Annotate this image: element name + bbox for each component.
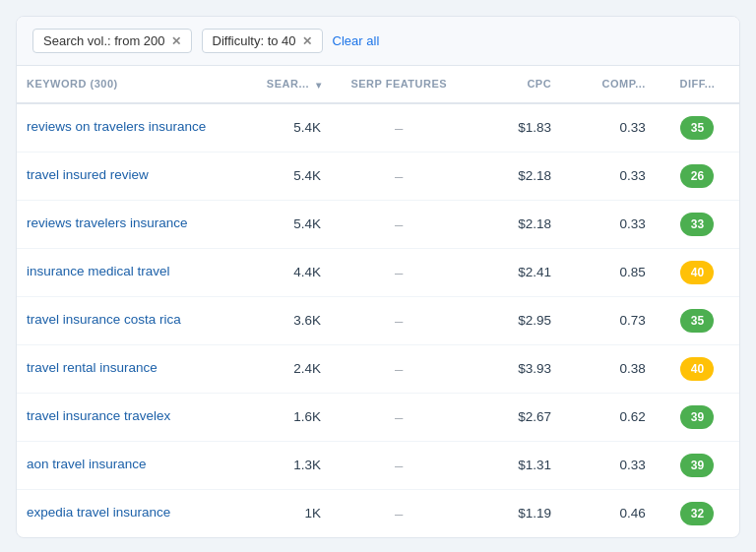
difficulty-cell: 40	[656, 248, 739, 296]
cpc-cell: $2.67	[467, 393, 561, 441]
serp-features-cell: –	[331, 103, 467, 153]
search-vol-cell: 5.4K	[226, 103, 331, 153]
serp-features-cell: –	[331, 200, 467, 248]
difficulty-cell: 32	[656, 489, 739, 537]
difficulty-badge: 39	[680, 405, 714, 429]
serp-features-cell: –	[331, 393, 467, 441]
cpc-cell: $3.93	[467, 344, 561, 393]
table-header-row: KEYWORD (300) SEAR... ▾ SERP FEATURES CP…	[17, 66, 739, 103]
keyword-cell[interactable]: insurance medical travel	[17, 248, 226, 296]
serp-features-cell: –	[331, 248, 467, 296]
table-row: travel rental insurance2.4K–$3.930.3840	[17, 344, 739, 393]
filters-bar: Search vol.: from 200 ✕ Difficulty: to 4…	[17, 17, 739, 66]
search-vol-cell: 1.6K	[226, 393, 331, 441]
serp-features-cell: –	[331, 152, 467, 200]
keyword-cell[interactable]: reviews on travelers insurance	[17, 103, 226, 153]
difficulty-cell: 40	[656, 344, 739, 393]
difficulty-badge: 35	[680, 309, 714, 333]
difficulty-badge: 32	[680, 502, 714, 525]
search-vol-cell: 1.3K	[226, 441, 331, 489]
keyword-cell[interactable]: expedia travel insurance	[17, 489, 226, 537]
filter-search-vol[interactable]: Search vol.: from 200 ✕	[32, 29, 192, 53]
filter-search-vol-close[interactable]: ✕	[171, 34, 181, 48]
competition-cell: 0.33	[561, 441, 656, 489]
table-row: travel insurance travelex1.6K–$2.670.623…	[17, 393, 739, 441]
keyword-cell[interactable]: reviews travelers insurance	[17, 200, 226, 248]
difficulty-cell: 35	[656, 103, 739, 153]
table-body: reviews on travelers insurance5.4K–$1.83…	[17, 103, 739, 537]
keyword-cell[interactable]: aon travel insurance	[17, 441, 226, 489]
col-header-cpc: CPC	[467, 66, 561, 103]
competition-cell: 0.46	[561, 489, 656, 537]
keyword-cell[interactable]: travel insurance costa rica	[17, 296, 226, 344]
keyword-cell[interactable]: travel insurance travelex	[17, 393, 226, 441]
keyword-cell[interactable]: travel rental insurance	[17, 344, 226, 393]
difficulty-badge: 26	[680, 164, 714, 188]
serp-features-cell: –	[331, 296, 467, 344]
table-row: insurance medical travel4.4K–$2.410.8540	[17, 248, 739, 296]
competition-cell: 0.38	[561, 344, 656, 393]
keywords-table: KEYWORD (300) SEAR... ▾ SERP FEATURES CP…	[17, 66, 739, 537]
search-vol-cell: 1K	[226, 489, 331, 537]
difficulty-badge: 39	[680, 454, 714, 477]
competition-cell: 0.62	[561, 393, 656, 441]
competition-cell: 0.85	[561, 248, 656, 296]
cpc-cell: $2.95	[467, 296, 561, 344]
table-row: reviews travelers insurance5.4K–$2.180.3…	[17, 200, 739, 248]
cpc-cell: $2.41	[467, 248, 561, 296]
search-vol-cell: 4.4K	[226, 248, 331, 296]
col-header-diff: DIFF...	[656, 66, 739, 103]
col-header-serp: SERP FEATURES	[331, 66, 467, 103]
filter-difficulty[interactable]: Difficulty: to 40 ✕	[202, 29, 323, 53]
table-row: reviews on travelers insurance5.4K–$1.83…	[17, 103, 739, 153]
difficulty-badge: 40	[680, 261, 714, 284]
search-vol-cell: 2.4K	[226, 344, 331, 393]
table-row: travel insurance costa rica3.6K–$2.950.7…	[17, 296, 739, 344]
difficulty-badge: 33	[680, 213, 714, 236]
cpc-cell: $1.19	[467, 489, 561, 537]
table-row: travel insured review5.4K–$2.180.3326	[17, 152, 739, 200]
table-row: expedia travel insurance1K–$1.190.4632	[17, 489, 739, 537]
filter-difficulty-close[interactable]: ✕	[302, 34, 312, 48]
serp-features-cell: –	[331, 441, 467, 489]
difficulty-cell: 39	[656, 393, 739, 441]
difficulty-cell: 26	[656, 152, 739, 200]
competition-cell: 0.33	[561, 152, 656, 200]
difficulty-cell: 33	[656, 200, 739, 248]
main-container: Search vol.: from 200 ✕ Difficulty: to 4…	[16, 16, 740, 538]
col-header-keyword: KEYWORD (300)	[17, 66, 226, 103]
difficulty-badge: 40	[680, 357, 714, 381]
cpc-cell: $2.18	[467, 152, 561, 200]
cpc-cell: $1.31	[467, 441, 561, 489]
keyword-cell[interactable]: travel insured review	[17, 152, 226, 200]
cpc-cell: $2.18	[467, 200, 561, 248]
filter-difficulty-label: Difficulty: to 40	[213, 33, 296, 48]
competition-cell: 0.33	[561, 200, 656, 248]
col-header-comp: COMP...	[561, 66, 656, 103]
serp-features-cell: –	[331, 344, 467, 393]
filter-search-vol-label: Search vol.: from 200	[43, 33, 165, 48]
difficulty-badge: 35	[680, 116, 714, 140]
competition-cell: 0.33	[561, 103, 656, 153]
sort-icon: ▾	[316, 80, 322, 91]
search-vol-cell: 5.4K	[226, 152, 331, 200]
difficulty-cell: 35	[656, 296, 739, 344]
table-row: aon travel insurance1.3K–$1.310.3339	[17, 441, 739, 489]
competition-cell: 0.73	[561, 296, 656, 344]
clear-all-button[interactable]: Clear all	[333, 33, 380, 48]
col-header-search[interactable]: SEAR... ▾	[226, 66, 331, 103]
search-vol-cell: 3.6K	[226, 296, 331, 344]
serp-features-cell: –	[331, 489, 467, 537]
difficulty-cell: 39	[656, 441, 739, 489]
cpc-cell: $1.83	[467, 103, 561, 153]
search-vol-cell: 5.4K	[226, 200, 331, 248]
